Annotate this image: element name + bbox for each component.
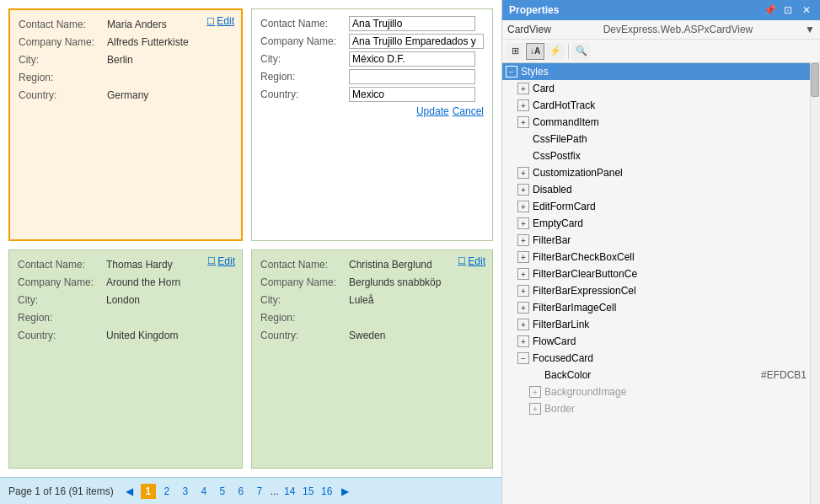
tree-item-styles[interactable]: − Styles: [502, 63, 810, 80]
expand-fbimagecell-icon[interactable]: +: [517, 302, 529, 314]
component-type: DevExpress.Web.ASPxCardView: [603, 24, 753, 35]
card-3-edit-link[interactable]: Edit: [207, 255, 235, 267]
expand-commanditem-icon[interactable]: +: [517, 116, 529, 128]
properties-panel: Properties 📌 ⊡ ✕ CardView DevExpress.Web…: [501, 0, 820, 504]
tree-item-cssfilepath[interactable]: CssFilePath: [502, 131, 810, 147]
card-3[interactable]: Edit Contact Name: Thomas Hardy Company …: [8, 249, 243, 469]
scrollbar-thumb[interactable]: [811, 63, 819, 97]
tree-item-filterbarlink[interactable]: + FilterBarLink: [502, 316, 810, 333]
expand-fbclearbtn-icon[interactable]: +: [517, 268, 529, 280]
tree-item-csspostfix[interactable]: CssPostfix: [502, 147, 810, 164]
input-city-2[interactable]: [349, 51, 475, 67]
tree-item-disabled[interactable]: + Disabled: [502, 181, 810, 198]
input-contact-2[interactable]: [349, 16, 475, 31]
tree-item-filterbar[interactable]: + FilterBar: [502, 232, 810, 249]
expand-flowcard-icon[interactable]: +: [517, 335, 529, 347]
pager-page-15[interactable]: 15: [301, 484, 316, 499]
tree-item-border[interactable]: + Border: [502, 400, 810, 417]
pager-next-btn[interactable]: ▶: [338, 484, 353, 499]
pager-prev-btn[interactable]: ◀: [122, 484, 137, 499]
input-country-2[interactable]: [349, 87, 475, 102]
customizationpanel-label: CustomizationPanel: [533, 167, 807, 179]
expand-cardhottrack-icon[interactable]: +: [517, 99, 529, 111]
expand-disabled-icon[interactable]: +: [517, 184, 529, 196]
cardhottrack-label: CardHotTrack: [533, 99, 807, 111]
tree-item-emptycard[interactable]: + EmptyCard: [502, 215, 810, 232]
card-2: Contact Name: Company Name: City: Region…: [251, 8, 493, 241]
pager-page-14[interactable]: 14: [282, 484, 297, 499]
input-company-2[interactable]: [349, 34, 484, 49]
expand-custpanel-icon[interactable]: +: [517, 167, 529, 179]
search-btn[interactable]: 🔍: [572, 43, 591, 60]
pager-page-2[interactable]: 2: [159, 484, 174, 499]
label-region-3: Region:: [18, 310, 106, 325]
expand-styles-icon[interactable]: −: [506, 66, 517, 78]
pager: Page 1 of 16 (91 items) ◀ 1 2 3 4 5 6 7 …: [0, 477, 501, 504]
label-country-4: Country:: [260, 328, 349, 343]
disabled-label: Disabled: [533, 184, 807, 196]
tree-item-commanditem[interactable]: + CommandItem: [502, 114, 810, 131]
card-1-edit-link[interactable]: Edit: [206, 15, 234, 27]
pager-page-5[interactable]: 5: [215, 484, 230, 499]
card-4[interactable]: Edit Contact Name: Christina Berglund Co…: [251, 249, 493, 469]
pager-page-6[interactable]: 6: [233, 484, 249, 499]
tree-item-editformcard[interactable]: + EditFormCard: [502, 198, 810, 215]
tree-item-backgroundimage[interactable]: + BackgroundImage: [502, 383, 810, 400]
label-contact-3: Contact Name:: [18, 257, 106, 272]
pager-page-7[interactable]: 7: [252, 484, 267, 499]
expand-card-icon[interactable]: +: [517, 83, 529, 94]
expand-filterbar-icon[interactable]: +: [517, 234, 529, 246]
float-button[interactable]: ⊡: [781, 4, 795, 16]
tree-item-focusedcard[interactable]: − FocusedCard: [502, 350, 810, 367]
label-contact-2: Contact Name:: [260, 16, 349, 31]
expand-border-icon[interactable]: +: [529, 403, 541, 415]
pager-page-16[interactable]: 16: [319, 484, 335, 499]
expand-editformcard-icon[interactable]: +: [517, 201, 529, 212]
card-label: Card: [533, 83, 807, 94]
label-city-1: City:: [19, 52, 107, 67]
events-btn[interactable]: ⚡: [546, 43, 565, 60]
update-link[interactable]: Update: [416, 105, 449, 117]
editformcard-label: EditFormCard: [533, 201, 807, 212]
scrollbar-track[interactable]: [810, 63, 820, 504]
tree-item-customizationpanel[interactable]: + CustomizationPanel: [502, 164, 810, 181]
card-1[interactable]: Edit Contact Name: Maria Anders Company …: [8, 8, 243, 241]
expand-fblink-icon[interactable]: +: [517, 319, 529, 330]
pager-page-3[interactable]: 3: [178, 484, 193, 499]
pin-button[interactable]: 📌: [763, 4, 776, 16]
card-1-row-city: City: Berlin: [19, 52, 233, 67]
card-4-row-region: Region:: [260, 310, 484, 325]
pager-page-1[interactable]: 1: [141, 484, 156, 499]
tree-item-filterbarexpressioncel[interactable]: + FilterBarExpressionCel: [502, 282, 810, 299]
tree-item-flowcard[interactable]: + FlowCard: [502, 333, 810, 350]
tree-item-filterbarcheckboxcell[interactable]: + FilterBarCheckBoxCell: [502, 249, 810, 265]
label-country-3: Country:: [18, 328, 106, 343]
card-4-edit-link[interactable]: Edit: [458, 255, 485, 267]
filterbarimagecell-label: FilterBarImageCell: [533, 302, 807, 314]
tree-item-card[interactable]: + Card: [502, 80, 810, 97]
filterbar-label: FilterBar: [533, 234, 807, 246]
props-toolbar: ⊞ ↓A ⚡ 🔍: [502, 40, 820, 63]
close-button[interactable]: ✕: [800, 4, 813, 16]
expand-fbexpression-icon[interactable]: +: [517, 285, 529, 297]
label-country-1: Country:: [19, 88, 107, 103]
pager-page-4[interactable]: 4: [196, 484, 212, 499]
cancel-link[interactable]: Cancel: [453, 105, 484, 117]
card-3-row-country: Country: United Kingdom: [18, 328, 233, 343]
tree-item-filterbarimagecell[interactable]: + FilterBarImageCell: [502, 299, 810, 316]
component-dropdown-icon[interactable]: ▼: [805, 24, 815, 35]
sorted-view-btn[interactable]: ↓A: [526, 43, 544, 60]
expand-fbcheckbox-icon[interactable]: +: [517, 251, 529, 263]
expand-emptycard-icon[interactable]: +: [517, 217, 529, 229]
categorized-view-btn[interactable]: ⊞: [506, 43, 524, 60]
expand-bgimage-icon[interactable]: +: [529, 386, 541, 398]
card-2-row-contact: Contact Name:: [260, 16, 484, 31]
input-region-2[interactable]: [349, 69, 475, 84]
backcolor-label: BackColor: [544, 369, 761, 381]
label-country-2: Country:: [260, 87, 349, 102]
card-1-row-country: Country: Germany: [19, 88, 233, 103]
tree-item-filterbarclearbuttonce[interactable]: + FilterBarClearButtonCe: [502, 265, 810, 282]
tree-item-cardhottrack[interactable]: + CardHotTrack: [502, 97, 810, 114]
tree-item-backcolor[interactable]: BackColor #EFDCB1: [502, 367, 810, 383]
expand-focusedcard-icon[interactable]: −: [517, 352, 529, 364]
